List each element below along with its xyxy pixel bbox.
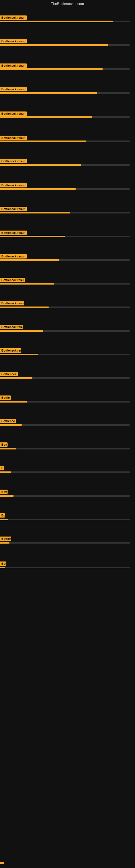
bottom-tick (0, 862, 4, 864)
bar-fill-bar0 (0, 21, 114, 22)
bar-fill-bar1 (0, 44, 108, 46)
bottleneck-badge-b1: Bottleneck result (0, 39, 27, 43)
bottleneck-badge-b0: Bottleneck result (0, 16, 27, 20)
bar-fill-bar16 (0, 401, 27, 403)
bar-fill-bar17 (0, 424, 21, 426)
bar-fill-bar12 (0, 307, 49, 308)
bar-bg-bar22 (0, 542, 130, 544)
bar-fill-bar11 (0, 283, 54, 284)
bottleneck-badge-b19: B (0, 466, 4, 470)
bottleneck-badge-b15: Bottleneck (0, 372, 18, 376)
bottleneck-badge-b13: Bottleneck resu (0, 325, 23, 329)
bar-fill-bar14 (0, 354, 38, 355)
bottleneck-badge-b16: Bottle (0, 396, 11, 400)
bottleneck-badge-b17: Bottlenec (0, 419, 16, 423)
bottleneck-badge-b21: Bo (0, 513, 5, 518)
bar-fill-bar9 (0, 236, 65, 237)
bar-fill-bar6 (0, 164, 81, 166)
bar-bg-bar23 (0, 567, 130, 568)
bottleneck-badge-b8: Bottleneck result (0, 207, 27, 211)
bottleneck-badge-b20: Bott (0, 490, 8, 494)
bar-fill-bar3 (0, 92, 97, 94)
bottleneck-badge-b7: Bottleneck result (0, 183, 27, 187)
bar-fill-bar2 (0, 68, 103, 70)
bottleneck-badge-b9: Bottleneck result (0, 230, 27, 235)
bottleneck-badge-b11: Bottleneck resu (0, 278, 25, 282)
bottleneck-badge-b5: Bottleneck result (0, 135, 27, 140)
bar-fill-bar22 (0, 542, 9, 544)
site-title: TheBottlenecker.com (0, 2, 135, 6)
bottleneck-badge-b6: Bottleneck result (0, 159, 27, 163)
bar-fill-bar13 (0, 330, 43, 332)
bar-fill-bar20 (0, 495, 13, 497)
bar-bg-bar21 (0, 519, 130, 520)
bar-fill-bar23 (0, 567, 5, 568)
bar-fill-bar15 (0, 377, 32, 379)
bar-fill-bar21 (0, 519, 8, 520)
bottleneck-badge-b14: Bottleneck res (0, 348, 21, 352)
bottleneck-badge-b23: Bot (0, 561, 6, 566)
bar-fill-bar10 (0, 259, 59, 261)
bottleneck-badge-b4: Bottleneck result (0, 112, 27, 116)
bottleneck-badge-b18: Bott (0, 442, 8, 447)
bar-fill-bar4 (0, 116, 92, 118)
bar-bg-bar19 (0, 471, 130, 473)
bottleneck-badge-b3: Bottleneck result (0, 87, 27, 91)
bottleneck-badge-b10: Bottleneck result (0, 254, 27, 258)
bottleneck-badge-b2: Bottleneck result (0, 63, 27, 68)
bar-fill-bar19 (0, 471, 11, 473)
bar-fill-bar7 (0, 188, 76, 190)
bottleneck-badge-b22: Bottler (0, 536, 11, 541)
bottleneck-badge-b12: Bottleneck resu (0, 301, 24, 305)
bar-bg-bar18 (0, 448, 130, 450)
bar-fill-bar18 (0, 448, 16, 450)
bar-fill-bar5 (0, 141, 86, 142)
bar-fill-bar8 (0, 212, 70, 214)
bar-bg-bar20 (0, 495, 130, 497)
